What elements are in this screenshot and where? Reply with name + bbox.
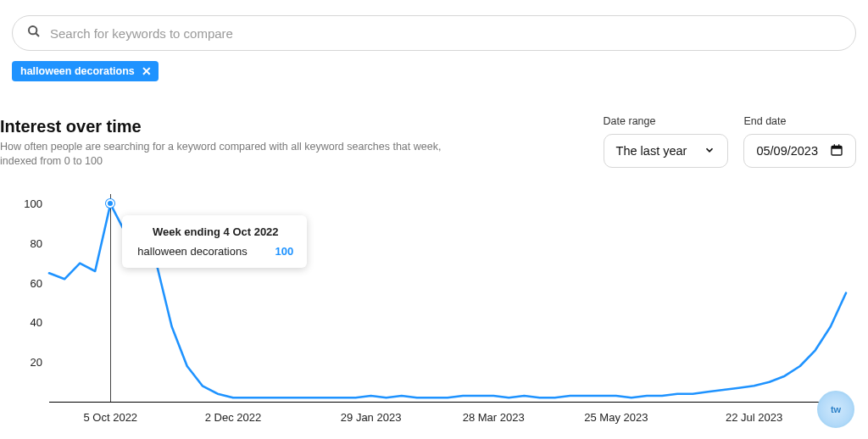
page-title: Interest over time (0, 117, 475, 136)
interest-chart[interactable]: 20406080100 Week ending 4 Oct 2022 hallo… (0, 194, 856, 428)
chevron-down-icon (704, 144, 715, 158)
svg-line-1 (36, 33, 39, 36)
date-range-select[interactable]: The last year (604, 134, 729, 168)
chip-label: halloween decorations (20, 65, 135, 77)
y-tick-label: 60 (31, 276, 42, 289)
assistant-badge-icon[interactable]: tw (817, 391, 854, 428)
x-tick-label: 25 May 2023 (584, 411, 648, 424)
x-tick-label: 28 Mar 2023 (463, 411, 525, 424)
svg-rect-3 (832, 146, 842, 148)
date-range-label: Date range (604, 115, 729, 127)
y-tick-label: 80 (31, 237, 42, 250)
search-icon (27, 25, 41, 42)
chart-tooltip: Week ending 4 Oct 2022 halloween decorat… (122, 215, 307, 268)
keyword-chip[interactable]: halloween decorations ✕ (12, 61, 159, 81)
tooltip-series: halloween decorations (137, 245, 247, 258)
close-icon[interactable]: ✕ (142, 65, 152, 77)
y-tick-label: 40 (31, 316, 42, 329)
end-date-value: 05/09/2023 (756, 144, 818, 158)
tooltip-title: Week ending 4 Oct 2022 (137, 225, 293, 238)
date-range-value: The last year (616, 144, 687, 158)
page-subtitle: How often people are searching for a key… (0, 140, 475, 169)
tooltip-value: 100 (275, 245, 294, 258)
x-tick-label: 29 Jan 2023 (341, 411, 402, 424)
end-date-label: End date (743, 115, 856, 127)
x-tick-label: 2 Dec 2022 (205, 411, 262, 424)
y-tick-label: 100 (24, 197, 42, 210)
end-date-input[interactable]: 05/09/2023 (743, 134, 856, 168)
x-tick-label: 22 Jul 2023 (726, 411, 782, 424)
search-input[interactable] (12, 15, 856, 51)
x-tick-label: 5 Oct 2022 (83, 411, 137, 424)
calendar-icon (830, 143, 843, 159)
y-tick-label: 20 (31, 356, 42, 369)
svg-point-0 (29, 26, 36, 34)
